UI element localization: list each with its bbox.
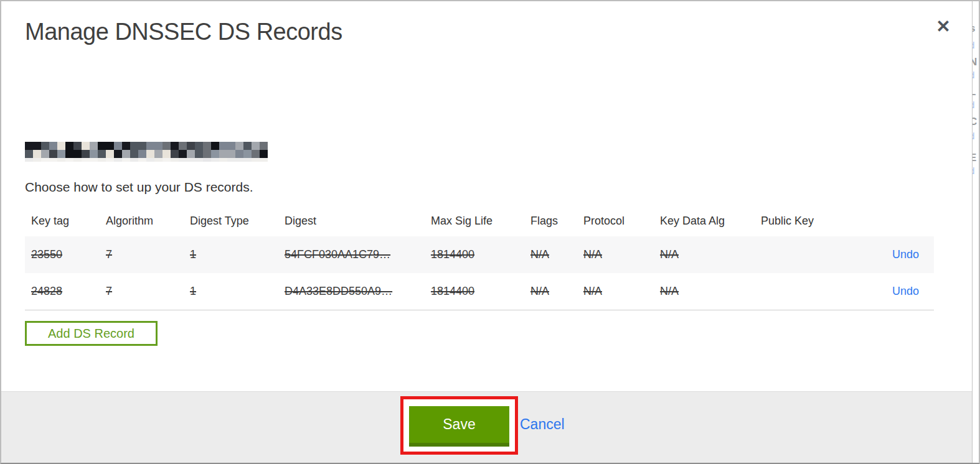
- column-header-digest: Digest: [278, 205, 425, 236]
- cell-algorithm: 7: [106, 248, 112, 261]
- column-header-max-sig-life: Max Sig Life: [425, 205, 524, 236]
- background-text-fragment: d: [972, 40, 974, 50]
- modal-footer: Save Cancel: [1, 391, 972, 463]
- cancel-link[interactable]: Cancel: [520, 416, 565, 433]
- close-button[interactable]: ✕: [930, 14, 956, 40]
- column-header-key-data-alg: Key Data Alg: [654, 205, 755, 236]
- column-header-algorithm: Algorithm: [100, 205, 184, 236]
- cell-flags: N/A: [530, 285, 549, 297]
- cell-digest-type: 1: [190, 285, 196, 297]
- cell-key-data-alg: N/A: [660, 248, 679, 261]
- background-text-fragment: d: [972, 131, 974, 141]
- background-text-fragment: E: [972, 152, 976, 164]
- background-text-fragment: d: [972, 100, 974, 110]
- manage-dnssec-modal: Manage DNSSEC DS Records ✕ Choose how to…: [1, 1, 972, 463]
- table-row: 24828 7 1 D4A33E8DD550A9… 1814400 N/A N/…: [25, 273, 934, 310]
- column-header-flags: Flags: [524, 205, 577, 236]
- cell-digest-type: 1: [190, 248, 196, 261]
- cell-max-sig-life: 1814400: [431, 248, 474, 261]
- cell-key-tag: 24828: [31, 285, 62, 297]
- ds-records-table: Key tag Algorithm Digest Type Digest Max…: [25, 205, 934, 310]
- cell-protocol: N/A: [583, 285, 602, 297]
- cell-digest: D4A33E8DD550A9…: [285, 285, 392, 297]
- column-header-actions: [842, 205, 934, 236]
- cell-digest: 54FCF030AA1C79…: [285, 248, 390, 261]
- cell-algorithm: 7: [106, 285, 112, 297]
- undo-link[interactable]: Undo: [892, 248, 919, 261]
- background-text-fragment: s: [972, 22, 975, 35]
- background-text-fragment: L: [972, 86, 976, 98]
- column-header-digest-type: Digest Type: [184, 205, 278, 236]
- save-button[interactable]: Save: [409, 406, 509, 447]
- cell-key-tag: 23550: [31, 248, 62, 261]
- table-header-row: Key tag Algorithm Digest Type Digest Max…: [25, 205, 934, 236]
- redacted-domain-name: [25, 142, 268, 162]
- table-row: 23550 7 1 54FCF030AA1C79… 1814400 N/A N/…: [25, 236, 934, 273]
- save-highlight-annotation: Save: [400, 396, 518, 455]
- cell-max-sig-life: 1814400: [431, 285, 474, 297]
- background-page-strip: sdNdLdCdEd: [972, 1, 979, 463]
- column-header-key-tag: Key tag: [25, 205, 100, 236]
- cell-key-data-alg: N/A: [660, 285, 679, 297]
- background-text-fragment: d: [972, 165, 974, 176]
- background-text-fragment: d: [972, 70, 974, 80]
- column-header-protocol: Protocol: [577, 205, 654, 236]
- modal-title: Manage DNSSEC DS Records: [25, 19, 342, 45]
- screenshot-frame: sdNdLdCdEd Manage DNSSEC DS Records ✕ Ch…: [0, 0, 980, 464]
- close-icon: ✕: [936, 18, 950, 35]
- cell-protocol: N/A: [583, 248, 602, 261]
- undo-link[interactable]: Undo: [892, 285, 919, 297]
- cell-flags: N/A: [530, 248, 549, 261]
- background-text-fragment: N: [972, 56, 977, 68]
- background-text-fragment: C: [972, 116, 977, 128]
- setup-instructions-text: Choose how to set up your DS records.: [25, 180, 253, 195]
- add-ds-record-button[interactable]: Add DS Record: [25, 321, 158, 346]
- column-header-public-key: Public Key: [755, 205, 842, 236]
